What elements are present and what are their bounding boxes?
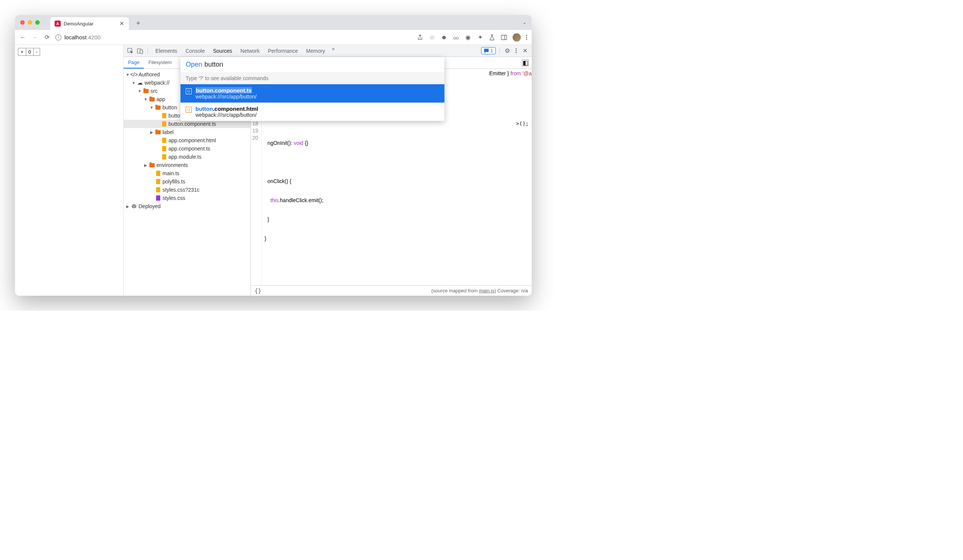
counter-minus-button[interactable]: - bbox=[34, 48, 40, 55]
open-file-dialog: Open button Type '?' to see available co… bbox=[180, 57, 444, 121]
new-tab-button[interactable]: + bbox=[136, 19, 140, 28]
folder-icon bbox=[149, 96, 155, 102]
tabs-dropdown-icon[interactable]: ⌄ bbox=[523, 20, 527, 25]
code-line: } bbox=[265, 235, 324, 242]
close-window-icon[interactable] bbox=[20, 20, 25, 25]
file-icon bbox=[155, 178, 161, 185]
code-fragment-top: Emitter } from '@a bbox=[490, 70, 532, 76]
url-field[interactable]: i localhost:4200 bbox=[55, 34, 412, 40]
result-filename: button.component.ts bbox=[195, 87, 256, 94]
reload-button[interactable]: ⟳ bbox=[44, 34, 50, 41]
browser-tab[interactable]: A DemoAngular ✕ bbox=[50, 17, 129, 30]
settings-gear-icon[interactable]: ⚙ bbox=[504, 47, 511, 55]
toggle-sidepane-icon[interactable]: ◧ bbox=[522, 60, 529, 66]
issues-badge[interactable]: 1 bbox=[481, 47, 496, 54]
svg-point-1 bbox=[456, 37, 459, 39]
file-icon bbox=[161, 154, 167, 160]
tree-file-button-ts[interactable]: button.component.ts bbox=[123, 120, 250, 128]
open-search-row[interactable]: Open button bbox=[180, 57, 444, 72]
extension-incognito-icon[interactable] bbox=[453, 34, 459, 41]
source-map-link[interactable]: main.js bbox=[479, 288, 494, 293]
file-icon bbox=[161, 138, 167, 143]
url-port: :4200 bbox=[86, 34, 101, 40]
devtools-menu-icon[interactable] bbox=[516, 48, 517, 53]
issues-count: 1 bbox=[491, 48, 493, 53]
tree-deployed[interactable]: ▶Deployed bbox=[123, 202, 250, 210]
file-icon bbox=[161, 113, 167, 119]
counter-plus-button[interactable]: + bbox=[18, 48, 26, 55]
address-bar: ← → ⟳ i localhost:4200 ☆ ☻ ◉ ✦ bbox=[15, 30, 532, 45]
counter-value: 0 bbox=[26, 48, 34, 55]
bookmark-star-icon[interactable]: ☆ bbox=[429, 34, 435, 41]
extension-face-icon[interactable]: ☻ bbox=[441, 34, 447, 41]
devtools-toolbar: Elements Console Sources Network Perform… bbox=[123, 45, 532, 57]
content-body: + 0 - Elements Console Sources Network P… bbox=[15, 45, 532, 296]
profile-avatar[interactable] bbox=[512, 33, 521, 42]
tab-memory[interactable]: Memory bbox=[303, 46, 329, 56]
svg-point-0 bbox=[454, 37, 456, 39]
svg-rect-5 bbox=[140, 50, 143, 53]
back-button[interactable]: ← bbox=[19, 34, 26, 41]
chrome-menu-button[interactable] bbox=[526, 35, 527, 40]
forward-button[interactable]: → bbox=[31, 34, 38, 41]
tab-title: DemoAngular bbox=[64, 21, 117, 27]
code-line bbox=[265, 159, 324, 166]
labs-flask-icon[interactable] bbox=[489, 34, 495, 41]
inspect-element-icon[interactable] bbox=[126, 47, 134, 55]
open-result-1[interactable]: ⟨⟩ button.component.ts webpack:///src/ap… bbox=[180, 84, 444, 103]
tab-elements[interactable]: Elements bbox=[152, 46, 181, 56]
open-label: Open bbox=[186, 61, 202, 68]
tab-console[interactable]: Console bbox=[182, 46, 208, 56]
code-fragment-line10: >(); bbox=[516, 121, 529, 126]
cloud-icon: ☁ bbox=[137, 80, 143, 86]
toolbar-right: ☆ ☻ ◉ ✦ bbox=[417, 33, 527, 42]
minimize-window-icon[interactable] bbox=[28, 20, 32, 25]
page-viewport: + 0 - bbox=[15, 45, 123, 296]
subtab-filesystem[interactable]: Filesystem bbox=[144, 57, 176, 68]
tree-file-styles-q[interactable]: styles.css?231c bbox=[123, 186, 250, 194]
close-tab-icon[interactable]: ✕ bbox=[120, 20, 124, 27]
svg-rect-2 bbox=[501, 35, 507, 40]
snippet-icon: ⟨⟩ bbox=[186, 88, 192, 94]
file-icon bbox=[155, 187, 161, 193]
file-icon bbox=[155, 195, 161, 201]
extensions-puzzle-icon[interactable]: ✦ bbox=[477, 34, 483, 41]
side-panel-icon[interactable] bbox=[501, 34, 507, 41]
tree-environments[interactable]: ▶environments bbox=[123, 161, 250, 169]
separator bbox=[499, 47, 500, 54]
code-icon: </> bbox=[131, 71, 137, 78]
editor-footer: {} (source mapped from main.js) Coverage… bbox=[251, 285, 532, 296]
info-icon[interactable]: i bbox=[55, 34, 62, 40]
tree-file-main[interactable]: main.ts bbox=[123, 169, 250, 177]
result-path: webpack:///src/app/button/ bbox=[195, 112, 258, 118]
open-query: button bbox=[204, 61, 223, 68]
subtab-page[interactable]: Page bbox=[123, 57, 144, 68]
separator bbox=[148, 47, 148, 54]
extension-globe-icon[interactable]: ◉ bbox=[465, 34, 472, 41]
pretty-print-icon[interactable]: {} bbox=[255, 288, 261, 294]
tree-file-app-html[interactable]: app.component.html bbox=[123, 136, 250, 144]
tree-label-folder[interactable]: ▶label bbox=[123, 128, 250, 136]
maximize-window-icon[interactable] bbox=[35, 20, 40, 25]
file-icon bbox=[155, 170, 161, 176]
more-tabs-icon[interactable]: » bbox=[329, 46, 337, 56]
device-toggle-icon[interactable] bbox=[136, 47, 144, 55]
share-icon[interactable] bbox=[417, 34, 423, 41]
box-icon bbox=[131, 203, 137, 209]
tab-performance[interactable]: Performance bbox=[264, 46, 302, 56]
folder-icon bbox=[155, 104, 161, 110]
tree-file-styles[interactable]: styles.css bbox=[123, 194, 250, 202]
tree-file-app-module[interactable]: app.module.ts bbox=[123, 153, 250, 161]
tree-file-polyfills[interactable]: polyfills.ts bbox=[123, 177, 250, 186]
tab-network[interactable]: Network bbox=[237, 46, 263, 56]
open-result-2[interactable]: ⟨⟩ button.component.html webpack:///src/… bbox=[180, 103, 444, 121]
tab-sources[interactable]: Sources bbox=[209, 46, 236, 56]
file-icon bbox=[161, 146, 167, 152]
devtools-panel: Elements Console Sources Network Perform… bbox=[123, 45, 532, 296]
tree-file-app-ts[interactable]: app.component.ts bbox=[123, 144, 250, 153]
code-line bbox=[265, 121, 324, 128]
result-filename: button.component.html bbox=[195, 105, 258, 112]
chat-icon bbox=[484, 48, 489, 53]
code-line: ngOnInit(): void {} bbox=[265, 140, 324, 147]
close-devtools-icon[interactable]: ✕ bbox=[521, 47, 529, 55]
